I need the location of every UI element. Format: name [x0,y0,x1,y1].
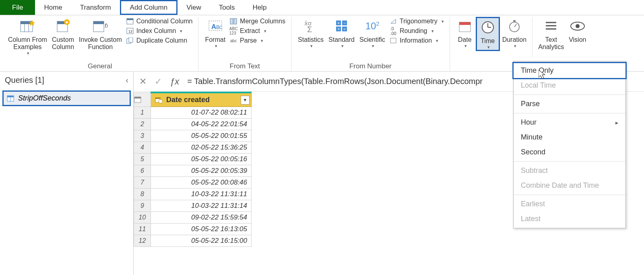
row-number[interactable]: 6 [134,165,151,177]
menu-transform[interactable]: Transform [71,0,120,15]
table-row[interactable]: 505-05-22 00:05:16 [134,154,252,165]
earliest-item[interactable]: Earliest [514,197,625,211]
trigonometry-button[interactable]: Trigonometry [389,18,444,25]
svg-point-56 [159,99,163,103]
minute-item[interactable]: Minute [514,130,625,145]
column-filter-button[interactable]: ▾ [241,96,250,105]
cancel-formula-button[interactable]: ✕ [139,76,147,87]
cell-value[interactable]: 05-05-22 00:08:46 [151,177,252,189]
cell-value[interactable]: 05-05-22 00:01:55 [151,130,252,142]
ten-squared-icon: 102 [364,18,381,35]
table-row[interactable]: 1105-05-22 16:13:05 [134,224,252,235]
table-corner[interactable] [134,92,151,107]
rounding-button[interactable]: .0.00Rounding [389,27,444,35]
menu-add-column[interactable]: Add Column [120,0,178,15]
conditional-column-button[interactable]: Conditional Column [126,18,193,25]
second-item[interactable]: Second [514,145,625,160]
cell-value[interactable]: 10-03-22 11:31:14 [151,200,252,212]
svg-rect-10 [93,21,104,24]
parse-button[interactable]: abcParse [229,37,285,44]
invoke-custom-function-button[interactable]: fx Invoke Custom Function [76,17,124,51]
cell-value[interactable]: 01-07-22 08:02:11 [151,107,252,119]
table-row[interactable]: 101-07-22 08:02:11 [134,107,252,119]
row-number[interactable]: 11 [134,224,151,235]
table-row[interactable]: 810-03-22 11:31:11 [134,189,252,200]
table-row[interactable]: 204-05-22 22:01:54 [134,119,252,130]
custom-column-button[interactable]: ★ Custom Column [50,17,76,51]
svg-rect-55 [155,98,160,99]
table-row[interactable]: 402-05-22 15:36:25 [134,142,252,154]
collapse-pane-button[interactable]: ‹ [126,76,128,85]
row-number[interactable]: 7 [134,177,151,189]
merge-columns-button[interactable]: Merge Columns [229,18,285,25]
table-row[interactable]: 1205-05-22 16:15:00 [134,235,252,247]
column-from-examples-button[interactable]: Column From Examples [6,17,50,56]
time-button[interactable]: Time [476,17,500,51]
scientific-button[interactable]: 102 Scientific [357,17,388,49]
statistics-button[interactable]: x̄σΣ Statistics [295,17,326,49]
cell-value[interactable]: 10-03-22 11:31:11 [151,189,252,200]
svg-text:★: ★ [65,20,69,25]
menu-view[interactable]: View [178,0,210,15]
index-column-button[interactable]: 12Index Column [126,27,193,35]
latest-item[interactable]: Latest [514,211,625,226]
row-number[interactable]: 3 [134,130,151,142]
duplicate-column-button[interactable]: Duplicate Column [126,37,193,44]
extract-button[interactable]: ABC123Extract [229,27,285,35]
menu-home[interactable]: Home [35,0,71,15]
query-item[interactable]: StripOffSeconds [2,90,131,106]
hour-item[interactable]: Hour [514,115,625,130]
time-dropdown: Time Only Local Time Parse Hour Minute S… [513,61,626,228]
row-number[interactable]: 8 [134,189,151,200]
row-number[interactable]: 5 [134,154,151,165]
time-parse-item[interactable]: Parse [514,96,625,111]
cell-value[interactable]: 05-05-22 00:05:16 [151,154,252,165]
menu-file[interactable]: File [0,0,35,15]
row-number[interactable]: 12 [134,235,151,247]
duration-button[interactable]: Duration [500,17,529,49]
row-number[interactable]: 9 [134,200,151,212]
time-only-item[interactable]: Time Only [512,62,627,79]
cell-value[interactable]: 05-05-22 16:15:00 [151,235,252,247]
eye-icon [569,18,586,35]
menu-tools[interactable]: Tools [210,0,244,15]
formula-text[interactable]: = Table.TransformColumnTypes(Table.FromR… [187,77,483,86]
table-row[interactable]: 705-05-22 00:08:46 [134,177,252,189]
accept-formula-button[interactable]: ✓ [155,76,162,87]
cell-value[interactable]: 05-05-22 16:13:05 [151,224,252,235]
table-plus-icon: ★ [54,18,71,35]
row-number[interactable]: 1 [134,107,151,119]
column-header-date-created[interactable]: Date created ▾ [151,92,252,107]
row-number[interactable]: 2 [134,119,151,130]
date-button[interactable]: Date [454,17,476,49]
text-lines-icon [543,18,559,35]
cell-value[interactable]: 09-02-22 15:59:54 [151,212,252,224]
standard-button[interactable]: +−×÷ Standard [326,17,357,49]
row-number[interactable]: 4 [134,142,151,154]
datetime-type-icon [155,96,163,104]
cell-value[interactable]: 04-05-22 22:01:54 [151,119,252,130]
table-row[interactable]: 1009-02-22 15:59:54 [134,212,252,224]
text-analytics-button[interactable]: Text Analytics [536,17,566,51]
index-icon: 12 [126,27,134,35]
cell-value[interactable]: 05-05-22 00:05:39 [151,165,252,177]
vision-button[interactable]: Vision [566,17,588,43]
group-label-general: General [6,62,194,70]
combine-item[interactable]: Combine Date and Time [514,178,625,193]
subtract-item[interactable]: Subtract [514,163,625,178]
group-label-from-text: From Text [202,62,287,70]
fx-icon: ƒx [170,76,179,87]
local-time-item[interactable]: Local Time [514,78,625,93]
menu-bar: File Home Transform Add Column View Tool… [0,0,644,15]
table-row[interactable]: 910-03-22 11:31:14 [134,200,252,212]
row-number[interactable]: 10 [134,212,151,224]
svg-point-48 [576,24,580,28]
info-icon [389,37,397,44]
table-row[interactable]: 605-05-22 00:05:39 [134,165,252,177]
format-button[interactable]: ABC Format [202,17,228,49]
menu-help[interactable]: Help [244,0,275,15]
information-button[interactable]: Information [389,37,444,44]
table-icon [7,95,14,102]
cell-value[interactable]: 02-05-22 15:36:25 [151,142,252,154]
table-row[interactable]: 305-05-22 00:01:55 [134,130,252,142]
